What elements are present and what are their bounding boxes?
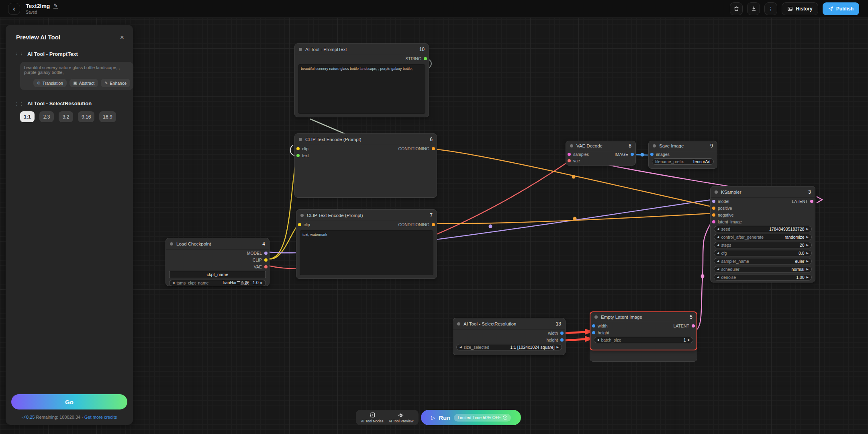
collapse-dot-icon[interactable] [570, 144, 573, 147]
run-button[interactable]: ▷ Run Limited Time 50% OFF ? [421, 410, 521, 425]
height-output-port[interactable] [560, 338, 564, 342]
assets-button[interactable] [730, 2, 743, 15]
left-arrow-icon[interactable]: ◀ [717, 252, 719, 255]
abstract-button[interactable]: ▣ Abstract [69, 79, 98, 87]
node-vae-decode[interactable]: VAE Decode 8 samples IMAGE vae [566, 141, 636, 166]
samples-input-port[interactable] [568, 153, 571, 156]
translation-button[interactable]: ⊕ Translation [33, 79, 67, 87]
more-options-button[interactable]: ⋮ [764, 2, 777, 15]
node-empty-latent-image[interactable]: Empty Latent Image 5 width LATENT height… [590, 311, 697, 350]
right-arrow-icon[interactable]: ▶ [807, 235, 809, 239]
enhance-button[interactable]: ✎ Enhance [101, 79, 130, 87]
node-save-image[interactable]: Save Image 9 images filename_prefix Tens… [648, 141, 717, 169]
node-header[interactable]: Save Image 9 [649, 141, 717, 151]
drag-handle-icon[interactable]: ⋮⋮ [14, 102, 24, 106]
conditioning-output-port[interactable] [432, 223, 435, 226]
ratio-2-3-button[interactable]: 2:3 [39, 111, 54, 122]
model-input-port[interactable] [712, 200, 715, 203]
seed-widget[interactable]: ◀ seed 178484935183728 ▶ [714, 226, 812, 232]
left-arrow-icon[interactable]: ◀ [460, 346, 462, 349]
collapse-dot-icon[interactable] [457, 322, 460, 326]
left-arrow-icon[interactable]: ◀ [717, 260, 719, 263]
history-button[interactable]: History [782, 2, 818, 15]
height-input-port[interactable] [592, 331, 595, 334]
node-clip-text-encode-negative[interactable]: CLIP Text Encode (Prompt) 7 clip CONDITI… [296, 209, 437, 279]
node-header[interactable]: Empty Latent Image 5 [590, 312, 696, 322]
steps-widget[interactable]: ◀ steps 20 ▶ [714, 242, 812, 248]
clip-output-port[interactable] [264, 258, 268, 262]
right-arrow-icon[interactable]: ▶ [807, 260, 809, 263]
publish-button[interactable]: Publish [823, 2, 859, 15]
latent-output-port[interactable] [810, 200, 813, 203]
node-ksampler[interactable]: KSampler 3 model LATENT positive negativ… [710, 186, 815, 283]
get-more-credits-link[interactable]: Get more credits [84, 415, 117, 420]
left-arrow-icon[interactable]: ◀ [172, 281, 174, 285]
ratio-1-1-button[interactable]: 1:1 [20, 111, 35, 122]
drag-handle-icon[interactable]: ⋮⋮ [14, 52, 24, 56]
width-input-port[interactable] [592, 324, 595, 328]
right-arrow-icon[interactable]: ▶ [261, 281, 263, 285]
vae-input-port[interactable] [568, 159, 571, 162]
right-arrow-icon[interactable]: ▶ [807, 276, 809, 279]
node-clip-text-encode-positive[interactable]: CLIP Text Encode (Prompt) 6 clip CONDITI… [294, 133, 437, 198]
right-arrow-icon[interactable]: ▶ [557, 346, 559, 349]
collapse-dot-icon[interactable] [653, 144, 656, 147]
node-ai-tool-prompttext[interactable]: AI Tool - PromptText 10 STRING beautiful… [294, 43, 429, 117]
negative-prompt-textarea[interactable]: text, watermark [300, 230, 433, 275]
ckpt-widget[interactable]: ◀ tams_ckpt_name TianHai二次媛 - 1.0 ▶ [169, 280, 266, 286]
right-arrow-icon[interactable]: ▶ [807, 268, 809, 271]
right-arrow-icon[interactable]: ▶ [688, 338, 690, 342]
latent-output-port[interactable] [692, 324, 695, 328]
node-header[interactable]: Load Checkpoint 4 [166, 238, 269, 250]
text-input-port[interactable] [296, 154, 300, 157]
prompt-textarea[interactable]: beautiful scenery nature glass bottle la… [298, 64, 425, 114]
back-button[interactable]: ‹ [8, 3, 20, 15]
positive-input-port[interactable] [712, 207, 715, 210]
right-arrow-icon[interactable]: ▶ [807, 227, 809, 231]
clip-input-port[interactable] [298, 223, 301, 226]
ratio-3-2-button[interactable]: 3:2 [59, 111, 73, 122]
latent-image-input-port[interactable] [712, 220, 715, 223]
width-output-port[interactable] [560, 332, 564, 335]
left-arrow-icon[interactable]: ◀ [717, 227, 719, 231]
edit-title-icon[interactable]: ✎ [53, 4, 57, 8]
left-arrow-icon[interactable]: ◀ [597, 338, 599, 342]
sampler-name-widget[interactable]: ◀ sampler_name euler ▶ [714, 258, 812, 264]
ckpt-name-field[interactable]: ckpt_name [169, 271, 266, 278]
go-button[interactable]: Go [11, 394, 127, 409]
right-arrow-icon[interactable]: ▶ [807, 252, 809, 255]
prompt-input[interactable] [24, 65, 129, 79]
scheduler-widget[interactable]: ◀ scheduler normal ▶ [714, 266, 812, 272]
clip-input-port[interactable] [296, 147, 300, 150]
vae-output-port[interactable] [264, 265, 268, 268]
size-selected-widget[interactable]: ◀ size_selected 1:1 [1024x1024 square] ▶ [456, 344, 562, 350]
node-header[interactable]: VAE Decode 8 [566, 141, 635, 151]
node-header[interactable]: CLIP Text Encode (Prompt) 6 [295, 134, 437, 145]
control-after-generate-widget[interactable]: ◀ control_after_generate randomize ▶ [714, 234, 812, 240]
collapse-dot-icon[interactable] [170, 242, 173, 246]
images-input-port[interactable] [650, 153, 654, 156]
string-output-port[interactable] [424, 57, 427, 60]
left-arrow-icon[interactable]: ◀ [717, 268, 719, 271]
collapse-dot-icon[interactable] [715, 190, 718, 194]
left-arrow-icon[interactable]: ◀ [717, 235, 719, 239]
node-header[interactable]: AI Tool - PromptText 10 [295, 44, 429, 55]
left-arrow-icon[interactable]: ◀ [717, 244, 719, 247]
right-arrow-icon[interactable]: ▶ [807, 244, 809, 247]
image-output-port[interactable] [631, 153, 634, 156]
collapse-dot-icon[interactable] [594, 315, 598, 319]
ratio-9-16-button[interactable]: 9:16 [78, 111, 94, 122]
node-header[interactable]: AI Tool - SelectResolution 13 [453, 318, 565, 330]
ai-tool-preview-button[interactable]: AI Tool Preview [388, 412, 413, 423]
close-panel-icon[interactable]: × [120, 35, 124, 40]
ai-tool-nodes-button[interactable]: AI Tool Nodes [361, 412, 384, 423]
node-header[interactable]: KSampler 3 [711, 186, 815, 198]
filename-widget[interactable]: filename_prefix TensorArt [652, 158, 714, 165]
conditioning-output-port[interactable] [432, 147, 435, 150]
collapse-dot-icon[interactable] [300, 214, 304, 217]
ratio-16-9-button[interactable]: 16:9 [99, 111, 116, 122]
node-load-checkpoint[interactable]: Load Checkpoint 4 MODEL CLIP VAE ckpt_na… [165, 238, 270, 286]
node-header[interactable]: CLIP Text Encode (Prompt) 7 [296, 210, 437, 221]
download-button[interactable] [747, 2, 760, 15]
node-ai-tool-selectresolution[interactable]: AI Tool - SelectResolution 13 width heig… [453, 318, 566, 355]
